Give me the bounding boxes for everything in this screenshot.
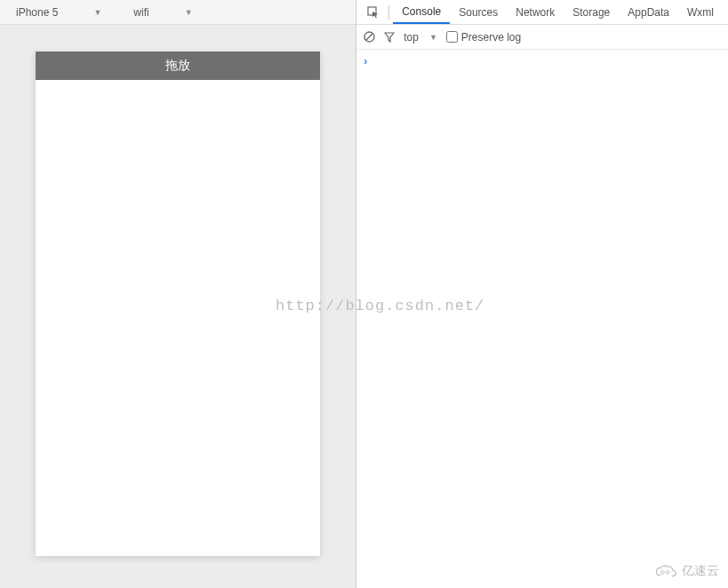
- console-body[interactable]: ›: [356, 50, 728, 588]
- inspect-icon[interactable]: [362, 6, 385, 19]
- console-prompt[interactable]: ›: [364, 55, 721, 68]
- device-selector[interactable]: iPhone 5 ▼: [9, 0, 108, 24]
- emulator-area: 拖放: [0, 25, 356, 588]
- devtools-panel: Console Sources Network Storage AppData …: [356, 0, 728, 588]
- emulator-toolbar: iPhone 5 ▼ wifi ▼: [0, 0, 356, 25]
- tab-storage[interactable]: Storage: [564, 0, 619, 24]
- phone-screen[interactable]: 拖放: [36, 52, 320, 556]
- chevron-down-icon: ▼: [93, 8, 101, 17]
- network-label: wifi: [133, 6, 148, 19]
- tab-network[interactable]: Network: [507, 0, 564, 24]
- tab-console[interactable]: Console: [393, 0, 450, 24]
- chevron-down-icon: ▼: [429, 33, 437, 42]
- network-selector[interactable]: wifi ▼: [126, 0, 199, 24]
- svg-line-2: [366, 34, 372, 40]
- context-label: top: [404, 31, 419, 44]
- filter-icon[interactable]: [384, 32, 395, 43]
- console-toolbar: top ▼ Preserve log: [356, 25, 728, 50]
- phone-title: 拖放: [165, 58, 190, 74]
- preserve-log-input[interactable]: [446, 31, 458, 43]
- tab-sources[interactable]: Sources: [450, 0, 507, 24]
- prompt-chevron-icon: ›: [364, 55, 367, 68]
- separator: [388, 5, 389, 20]
- devtools-tab-bar: Console Sources Network Storage AppData …: [356, 0, 728, 25]
- emulator-panel: iPhone 5 ▼ wifi ▼ 拖放: [0, 0, 356, 588]
- phone-nav-bar: 拖放: [36, 52, 320, 80]
- device-label: iPhone 5: [16, 6, 58, 19]
- preserve-log-checkbox[interactable]: Preserve log: [446, 31, 521, 44]
- tab-wxml[interactable]: Wxml: [678, 0, 723, 24]
- chevron-down-icon: ▼: [185, 8, 193, 17]
- tab-appdata[interactable]: AppData: [619, 0, 678, 24]
- context-selector[interactable]: top ▼: [404, 31, 437, 44]
- preserve-log-label: Preserve log: [461, 31, 521, 44]
- clear-console-icon[interactable]: [364, 31, 375, 43]
